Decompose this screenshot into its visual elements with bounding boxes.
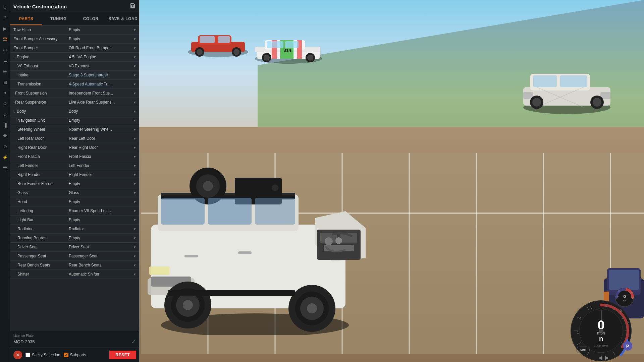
dropdown-arrow-icon[interactable]: ▾: [134, 173, 136, 177]
part-row[interactable]: ShifterAutomatic Shifter▾: [10, 270, 139, 279]
part-value: Roamer V8 Sport Lett...: [69, 208, 132, 213]
part-row[interactable]: Light BarEmpty▾: [10, 216, 139, 225]
part-row[interactable]: Transmission4-Speed Automatic Tr...▾: [10, 80, 139, 89]
part-row[interactable]: ⌄Engine4.5L V8 Engine▾: [10, 53, 139, 62]
dropdown-arrow-icon[interactable]: ▾: [134, 37, 136, 41]
tab-color[interactable]: COLOR: [75, 13, 107, 25]
part-row[interactable]: Front Bumper AccessoryEmpty▾: [10, 35, 139, 44]
part-row[interactable]: Rear Bench SeatsRear Bench Seats▾: [10, 261, 139, 270]
part-row[interactable]: Steering WheelRoamer Steering Whe...▾: [10, 125, 139, 134]
chart-icon[interactable]: ▐: [1, 121, 9, 129]
vehicle2-icon[interactable]: [1, 164, 9, 172]
dropdown-arrow-icon[interactable]: ▾: [134, 245, 136, 249]
dropdown-arrow-icon[interactable]: ▾: [134, 155, 136, 159]
dropdown-arrow-icon[interactable]: ▾: [134, 164, 136, 168]
part-row[interactable]: Right FenderRight Fender▾: [10, 170, 139, 179]
part-row[interactable]: V8 ExhaustV8 Exhaust▾: [10, 62, 139, 71]
part-row[interactable]: ›Front SuspensionIndependent Front Sus..…: [10, 89, 139, 98]
license-plate-confirm-icon[interactable]: ✓: [131, 339, 136, 345]
dropdown-arrow-icon[interactable]: ▾: [134, 209, 136, 213]
dropdown-arrow-icon[interactable]: ▾: [134, 73, 136, 77]
part-row[interactable]: LetteringRoamer V8 Sport Lett...▾: [10, 206, 139, 216]
dropdown-arrow-icon[interactable]: ▾: [134, 64, 136, 68]
part-row[interactable]: Driver SeatDriver Seat▾: [10, 243, 139, 252]
settings-icon[interactable]: ⚙: [1, 46, 9, 54]
dropdown-arrow-icon[interactable]: ▾: [134, 46, 136, 50]
part-value: Front Fascia: [69, 154, 132, 159]
part-value: Left Fender: [69, 163, 132, 168]
part-name: Hood: [13, 199, 69, 204]
subparts-wrap[interactable]: Subparts: [64, 353, 86, 357]
filter-icon[interactable]: ⊞: [1, 78, 9, 86]
part-row[interactable]: Rear Fender FlaresEmpty▾: [10, 179, 139, 188]
save-icon[interactable]: [130, 3, 136, 10]
alert-icon[interactable]: ?: [1, 13, 9, 22]
subparts-checkbox[interactable]: [64, 353, 68, 357]
dropdown-arrow-icon[interactable]: ▾: [134, 82, 136, 86]
play-icon[interactable]: ▶: [1, 24, 9, 33]
expand-icon: ›: [13, 101, 14, 104]
svg-rect-12: [200, 36, 215, 43]
cloud-icon[interactable]: ☁: [1, 56, 9, 65]
camera-icon[interactable]: ⊙: [1, 142, 9, 151]
parts-list[interactable]: Tow HitchEmpty▾Front Bumper AccessoryEmp…: [10, 25, 139, 331]
nodes-icon[interactable]: ✦: [1, 88, 9, 97]
dropdown-arrow-icon[interactable]: ▾: [134, 28, 136, 32]
part-row[interactable]: Passenger SeatPassenger Seat▾: [10, 252, 139, 261]
dropdown-arrow-icon[interactable]: ▾: [134, 227, 136, 231]
list-icon[interactable]: ☰: [1, 67, 9, 76]
part-row[interactable]: Running BoardsEmpty▾: [10, 234, 139, 243]
part-row[interactable]: Navigation UnitEmpty▾: [10, 116, 139, 125]
part-value: Empty: [69, 218, 132, 222]
part-row[interactable]: Front BumperOff-Road Front Bumper▾: [10, 44, 139, 53]
dropdown-arrow-icon[interactable]: ▾: [134, 218, 136, 222]
bolt-icon[interactable]: ⚡: [1, 153, 9, 162]
part-row[interactable]: Front FasciaFront Fascia▾: [10, 152, 139, 161]
dropdown-arrow-icon[interactable]: ▾: [134, 254, 136, 258]
tools-icon[interactable]: ⚒: [1, 131, 9, 140]
nav-left-icon[interactable]: ◀: [598, 355, 602, 361]
dropdown-arrow-icon[interactable]: ▾: [134, 145, 136, 150]
license-plate-input[interactable]: [13, 339, 131, 344]
dropdown-arrow-icon[interactable]: ▾: [134, 182, 136, 186]
dropdown-arrow-icon[interactable]: ▾: [134, 127, 136, 132]
car-icon[interactable]: [1, 35, 9, 44]
close-button[interactable]: ✕: [13, 351, 22, 359]
part-row[interactable]: Right Rear DoorRear Right Door▾: [10, 143, 139, 152]
part-name: Navigation Unit: [13, 118, 69, 123]
nav-right-icon[interactable]: ▶: [605, 355, 609, 361]
dropdown-arrow-icon[interactable]: ▾: [134, 263, 136, 267]
tab-parts[interactable]: PARTS: [10, 13, 42, 25]
tab-save-load[interactable]: SAVE & LOAD: [107, 13, 139, 25]
part-row[interactable]: Left FenderLeft Fender▾: [10, 161, 139, 170]
part-row[interactable]: HoodEmpty▾: [10, 197, 139, 206]
part-value: Empty: [69, 37, 132, 41]
reset-button[interactable]: RESET: [109, 351, 136, 359]
dropdown-arrow-icon[interactable]: ▾: [134, 100, 136, 105]
dropdown-arrow-icon[interactable]: ▾: [134, 109, 136, 114]
part-value: Roamer Steering Whe...: [69, 127, 132, 132]
home-icon[interactable]: ⌂: [1, 3, 9, 11]
part-row[interactable]: ›Rear SuspensionLive Axle Rear Suspens..…: [10, 98, 139, 107]
dropdown-arrow-icon[interactable]: ▾: [134, 55, 136, 59]
dropdown-arrow-icon[interactable]: ▾: [134, 118, 136, 123]
svg-rect-62: [208, 198, 252, 225]
dropdown-arrow-icon[interactable]: ▾: [134, 236, 136, 240]
part-row[interactable]: IntakeStage 3 Supercharger▾: [10, 71, 139, 80]
part-row[interactable]: Tow HitchEmpty▾: [10, 25, 139, 35]
dropdown-arrow-icon[interactable]: ▾: [134, 272, 136, 277]
part-row[interactable]: RadiatorRadiator▾: [10, 225, 139, 234]
dropdown-arrow-icon[interactable]: ▾: [134, 200, 136, 204]
dropdown-arrow-icon[interactable]: ▾: [134, 191, 136, 195]
sticky-selection-wrap[interactable]: Sticky Selection: [25, 353, 60, 357]
part-name: Transmission: [13, 82, 69, 86]
sticky-selection-checkbox[interactable]: [25, 353, 30, 357]
dropdown-arrow-icon[interactable]: ▾: [134, 136, 136, 141]
part-row[interactable]: GlassGlass▾: [10, 188, 139, 197]
dropdown-arrow-icon[interactable]: ▾: [134, 91, 136, 96]
gear2-icon[interactable]: ⚙: [1, 99, 9, 108]
part-row[interactable]: ⌄BodyBody▾: [10, 107, 139, 116]
part-row[interactable]: Left Rear DoorRear Left Door▾: [10, 134, 139, 143]
tab-tuning[interactable]: TUNING: [42, 13, 74, 25]
volume-icon[interactable]: ♫: [1, 110, 9, 119]
